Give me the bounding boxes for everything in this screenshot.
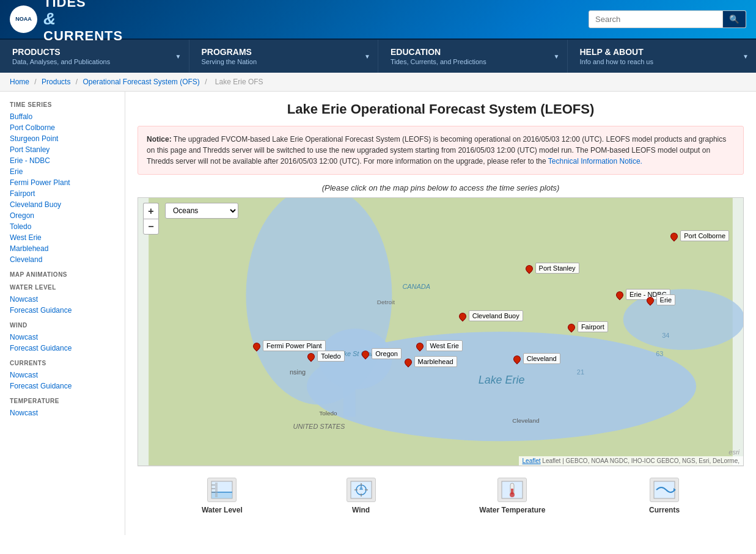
search-button[interactable]: 🔍 [723, 10, 746, 28]
map-container: Lake Erie Lake St Clair CANADA UNITED ST… [138, 197, 744, 466]
zoom-in-button[interactable]: + [143, 203, 159, 219]
sidebar: TIME SERIES Buffalo Port Colborne Sturge… [0, 92, 125, 535]
breadcrumb-sep: / [34, 78, 36, 86]
nav-item-products[interactable]: PRODUCTS Data, Analyses, and Publication… [0, 40, 189, 73]
sidebar-item-port-colborne[interactable]: Port Colborne [10, 122, 115, 133]
sidebar-water-level-forecast[interactable]: Forecast Guidance [10, 305, 115, 316]
pin-erie-ndbc[interactable]: Erie - NDBC [616, 291, 623, 299]
sidebar-item-erie[interactable]: Erie [10, 166, 115, 177]
pin-toledo[interactable]: Toledo [307, 353, 315, 360]
icon-water-level[interactable]: Water Level [189, 475, 255, 517]
chevron-down-icon: ▼ [554, 53, 560, 60]
basemap-select[interactable]: Oceans Streets Satellite Topographic [165, 203, 238, 219]
wind-icon-img [347, 478, 376, 502]
sidebar-item-erie-ndbc[interactable]: Erie - NDBC [10, 155, 115, 166]
map-svg: Lake Erie Lake St Clair CANADA UNITED ST… [138, 198, 743, 465]
wind-label: Wind [352, 506, 370, 514]
pin-port-stanley[interactable]: Port Stanley [526, 265, 533, 272]
sidebar-currents-forecast[interactable]: Forecast Guidance [10, 381, 115, 392]
sidebar-wind-forecast[interactable]: Forecast Guidance [10, 343, 115, 354]
svg-text:63: 63 [656, 350, 663, 357]
pin-port-colborne[interactable]: Port Colborne [670, 233, 678, 240]
nav-item-help[interactable]: HELP & ABOUT Info and how to reach us ▼ [568, 40, 757, 73]
nav-item-education[interactable]: EDUCATION Tides, Currents, and Predictio… [378, 40, 568, 73]
search-input[interactable] [589, 10, 723, 28]
sidebar-item-port-stanley[interactable]: Port Stanley [10, 144, 115, 155]
breadcrumb: Home / Products / Operational Forecast S… [0, 73, 756, 92]
nav-education-title: EDUCATION [391, 47, 555, 57]
breadcrumb-home[interactable]: Home [10, 78, 29, 86]
svg-text:UNITED STATES: UNITED STATES [293, 423, 345, 430]
icon-currents[interactable]: Currents [637, 475, 692, 517]
nav-programs-title: PROGRAMS [202, 47, 366, 57]
breadcrumb-products[interactable]: Products [42, 78, 70, 86]
pin-erie[interactable]: Erie [647, 297, 654, 304]
leaflet-link[interactable]: Leaflet [523, 457, 541, 464]
sidebar-map-animations-label: MAP ANIMATIONS [10, 271, 115, 278]
icon-wind[interactable]: Wind [334, 475, 388, 517]
site-header: NOAA TIDES & CURRENTS 🔍 [0, 0, 756, 40]
pin-cleveland[interactable]: Cleveland [513, 355, 521, 363]
sidebar-wind-nowcast[interactable]: Nowcast [10, 332, 115, 343]
svg-text:nsing: nsing [290, 368, 306, 376]
svg-text:CANADA: CANADA [402, 283, 430, 290]
noaa-logo-text: NOAA [15, 16, 32, 23]
esri-logo: esri [728, 448, 739, 456]
sidebar-item-west-erie[interactable]: West Erie [10, 232, 115, 243]
pin-cleveland-buoy[interactable]: Cleveland Buoy [459, 313, 466, 320]
sidebar-item-buffalo[interactable]: Buffalo [10, 111, 115, 122]
pin-oregon[interactable]: Oregon [362, 351, 369, 358]
pin-west-erie[interactable]: West Erie [416, 343, 424, 350]
zoom-out-button[interactable]: − [143, 219, 159, 235]
pin-label-port-stanley: Port Stanley [535, 263, 579, 274]
svg-text:Detroit: Detroit [377, 299, 395, 305]
icon-water-temperature[interactable]: Water Temperature [467, 475, 557, 517]
map-instruction: (Please click on the map pins below to a… [138, 183, 744, 192]
sidebar-water-level-nowcast[interactable]: Nowcast [10, 294, 115, 305]
sidebar-temperature-nowcast[interactable]: Nowcast [10, 407, 115, 418]
map-dropdown[interactable]: Oceans Streets Satellite Topographic [165, 203, 238, 219]
chevron-down-icon: ▼ [364, 53, 370, 60]
sidebar-item-sturgeon-point[interactable]: Sturgeon Point [10, 133, 115, 144]
main-container: TIME SERIES Buffalo Port Colborne Sturge… [0, 92, 756, 535]
breadcrumb-sep: / [205, 78, 207, 86]
pin-fairport[interactable]: Fairport [568, 324, 575, 331]
sidebar-wind-label: WIND [10, 322, 115, 329]
nav-item-programs[interactable]: PROGRAMS Serving the Nation ▼ [189, 40, 379, 73]
notice-label: Notice: [147, 135, 172, 144]
sidebar-currents-label: CURRENTS [10, 360, 115, 366]
nav-education-sub: Tides, Currents, and Predictions [391, 58, 555, 65]
nav-products-title: PRODUCTS [12, 47, 177, 57]
sidebar-item-oregon[interactable]: Oregon [10, 210, 115, 221]
pin-label-west-erie: West Erie [426, 340, 462, 351]
sidebar-item-cleveland-buoy[interactable]: Cleveland Buoy [10, 199, 115, 210]
sidebar-temperature-label: TEMPERATURE [10, 398, 115, 404]
content-area: Lake Erie Operational Forecast System (L… [125, 92, 756, 535]
noaa-logo: NOAA [10, 5, 37, 33]
pin-label-toledo: Toledo [317, 351, 344, 362]
svg-text:34: 34 [662, 332, 669, 339]
pin-marblehead[interactable]: Marblehead [405, 359, 412, 366]
pin-fermi[interactable]: Fermi Power Plant [253, 343, 260, 350]
svg-text:Toledo: Toledo [319, 410, 337, 417]
notice-box: Notice: The upgraded FVCOM-based Lake Er… [138, 126, 744, 175]
sidebar-currents-nowcast[interactable]: Nowcast [10, 370, 115, 381]
breadcrumb-current: Lake Erie OFS [215, 78, 263, 86]
site-title-amp: & [43, 10, 123, 29]
nav-programs-sub: Serving the Nation [202, 58, 366, 65]
nav-products-sub: Data, Analyses, and Publications [12, 58, 177, 65]
sidebar-item-cleveland[interactable]: Cleveland [10, 254, 115, 265]
nav-bar: PRODUCTS Data, Analyses, and Publication… [0, 40, 756, 73]
sidebar-item-fairport[interactable]: Fairport [10, 188, 115, 199]
water-level-icon-img [207, 478, 237, 502]
sidebar-time-series-label: TIME SERIES [10, 101, 115, 108]
sidebar-item-toledo[interactable]: Toledo [10, 221, 115, 232]
header-search: 🔍 [589, 10, 746, 28]
sidebar-item-fermi[interactable]: Fermi Power Plant [10, 177, 115, 188]
svg-rect-5 [343, 368, 356, 417]
notice-link[interactable]: Technical Information Notice. [548, 157, 642, 166]
chevron-down-icon: ▼ [743, 53, 749, 60]
water-level-label: Water Level [202, 506, 243, 514]
sidebar-item-marblehead[interactable]: Marblehead [10, 243, 115, 254]
breadcrumb-ofs[interactable]: Operational Forecast System (OFS) [83, 78, 199, 86]
